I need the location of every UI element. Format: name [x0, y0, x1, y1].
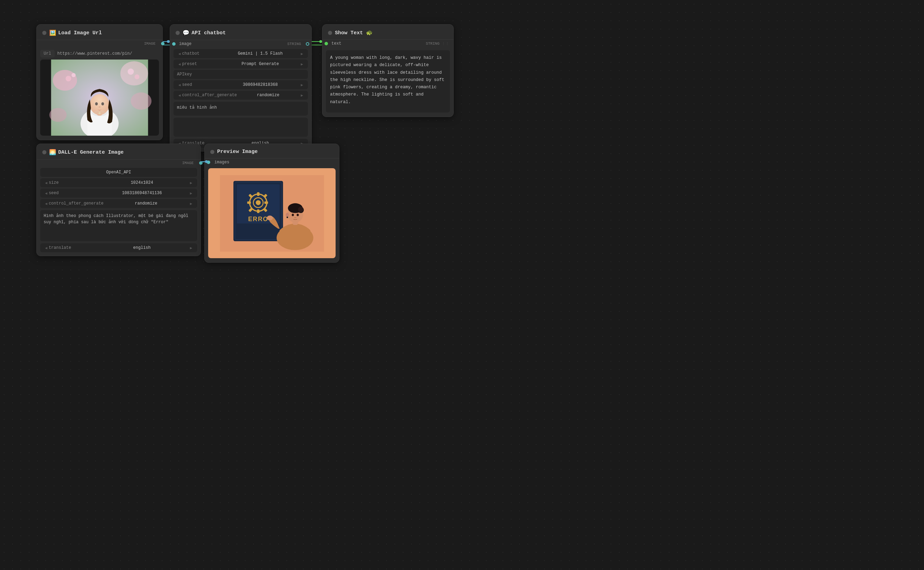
output-port-row-image: IMAGE	[37, 40, 163, 47]
svg-point-17	[101, 102, 104, 106]
translate-arrow-left-dalle[interactable]: ◀	[44, 246, 49, 250]
input-port-image[interactable]	[172, 42, 176, 46]
svg-point-6	[72, 73, 76, 77]
svg-point-2	[121, 61, 148, 86]
svg-point-34	[256, 200, 261, 205]
chatbot-textarea-main[interactable]	[173, 118, 308, 137]
seed-arrow-right-chatbot[interactable]: ▶	[299, 83, 304, 87]
node-title-api-chatbot: 💬 API chatbot	[183, 29, 226, 36]
svg-point-46	[296, 213, 299, 216]
svg-point-47	[286, 213, 289, 217]
svg-rect-26	[257, 192, 259, 196]
chatbot-textarea[interactable]: miêu tả hình ảnh	[173, 102, 308, 116]
output-port-image-dalle[interactable]	[199, 161, 203, 165]
output-port-string[interactable]	[306, 42, 309, 46]
output-port-row-dalle: IMAGE	[37, 159, 201, 167]
svg-point-18	[99, 106, 101, 108]
error-illustration-svg: ERRO	[218, 175, 326, 251]
svg-rect-27	[257, 209, 259, 213]
seed-arrow-left-chatbot[interactable]: ◀	[177, 83, 182, 87]
node-status-dot-dalle	[42, 150, 46, 154]
seed-field-chatbot: ◀ seed 30869482818368 ▶	[173, 80, 308, 89]
control-arrow-left-dalle[interactable]: ◀	[44, 201, 49, 206]
node-title-preview: Preview Image	[217, 149, 258, 155]
svg-rect-28	[247, 201, 251, 204]
svg-point-44	[298, 207, 303, 212]
control-generate-field-dalle: ◀ control_after_generate randomize ▶	[40, 199, 197, 208]
node-title-load-image: 🖼️ Load Image Url	[49, 29, 102, 36]
api-chatbot-node: 💬 API chatbot image STRING ◀ chatbot Gem…	[170, 24, 312, 152]
svg-point-49	[167, 40, 170, 43]
node-emoji-dalle: 🌅	[49, 149, 56, 156]
svg-point-7	[128, 69, 134, 75]
dalle-textarea[interactable]: Hình ảnh theo phong cách Illustrator, mộ…	[40, 210, 197, 241]
svg-point-4	[49, 108, 67, 122]
seed-arrow-left-dalle[interactable]: ◀	[44, 191, 49, 196]
node-status-dot	[42, 31, 46, 35]
preview-image-node: Preview Image images	[204, 144, 339, 263]
input-port-images[interactable]	[207, 161, 210, 164]
preset-arrow-right[interactable]: ▶	[299, 62, 304, 66]
svg-point-13	[90, 94, 109, 115]
size-field-dalle: ◀ size 1024x1024 ▶	[40, 178, 197, 187]
node-header-load-image: 🖼️ Load Image Url	[37, 25, 163, 40]
apikey-field[interactable]: APIkey	[173, 70, 308, 79]
control-arrow-right-chatbot[interactable]: ▶	[299, 93, 304, 98]
seed-field-dalle: ◀ seed 1083186948741136 ▶	[40, 188, 197, 198]
output-port-image[interactable]	[161, 42, 164, 45]
chatbot-arrow-right[interactable]: ▶	[299, 52, 304, 56]
openai-api-field[interactable]: OpenAI_API	[40, 168, 197, 177]
svg-rect-10	[87, 113, 112, 136]
node-header-dalle: 🌅 DALL-E Generate Image	[37, 144, 201, 159]
control-arrow-right-dalle[interactable]: ▶	[189, 201, 193, 206]
node-status-dot-show-text	[328, 31, 332, 35]
translate-arrow-right-dalle[interactable]: ▶	[189, 246, 193, 250]
size-arrow-left[interactable]: ◀	[44, 181, 49, 185]
svg-point-48	[286, 216, 288, 218]
url-row: Url https://www.pinterest.com/pin/	[40, 50, 159, 57]
preview-image-error: ERRO	[208, 168, 336, 258]
load-image-node: 🖼️ Load Image Url IMAGE Url https://www.…	[36, 24, 163, 140]
node-emoji-chatbot: 💬	[183, 29, 189, 36]
show-text-output: A young woman with long, dark, wavy hair…	[326, 50, 450, 112]
seed-arrow-right-dalle[interactable]: ▶	[189, 191, 193, 196]
input-port-text[interactable]	[324, 42, 328, 45]
translate-field-dalle: ◀ translate english ▶	[40, 243, 197, 252]
size-arrow-right[interactable]: ▶	[189, 181, 193, 185]
svg-point-45	[292, 213, 294, 216]
show-text-node: Show Text 🐢 text STRING ⋮⋮ A young woman…	[322, 24, 454, 117]
node-title-dalle: 🌅 DALL-E Generate Image	[49, 149, 124, 156]
image-preview-girl	[40, 60, 159, 136]
dalle-node: 🌅 DALL-E Generate Image IMAGE OpenAI_API…	[36, 144, 201, 256]
svg-point-8	[135, 74, 140, 79]
svg-point-20	[99, 112, 101, 114]
preset-arrow-left[interactable]: ◀	[177, 62, 182, 66]
chatbot-arrow-left[interactable]: ◀	[177, 52, 182, 56]
node-header-preview: Preview Image	[205, 144, 339, 158]
svg-point-16	[95, 102, 98, 106]
node-emoji-load-image: 🖼️	[49, 29, 56, 36]
node-title-show-text: Show Text 🐢	[335, 29, 373, 36]
node-status-dot-preview	[210, 150, 214, 154]
node-header-show-text: Show Text 🐢	[322, 25, 453, 40]
svg-rect-29	[264, 201, 268, 204]
svg-point-39	[267, 215, 273, 220]
girl-image-svg	[40, 60, 159, 136]
node-header-api-chatbot: 💬 API chatbot	[170, 25, 312, 40]
svg-point-3	[131, 92, 152, 110]
preset-field: ◀ preset Prompt Generate ▶	[173, 60, 308, 69]
svg-text:ERRO: ERRO	[248, 215, 268, 222]
chatbot-field: ◀ chatbot Gemini | 1.5 Flash ▶	[173, 49, 308, 58]
svg-point-50	[319, 40, 322, 43]
control-generate-field-chatbot: ◀ control_after_generate randomize ▶	[173, 91, 308, 100]
node-status-dot-chatbot	[176, 31, 180, 35]
svg-rect-36	[236, 223, 279, 238]
svg-point-5	[66, 76, 71, 81]
control-arrow-left-chatbot[interactable]: ◀	[177, 93, 182, 98]
svg-point-1	[53, 70, 77, 91]
